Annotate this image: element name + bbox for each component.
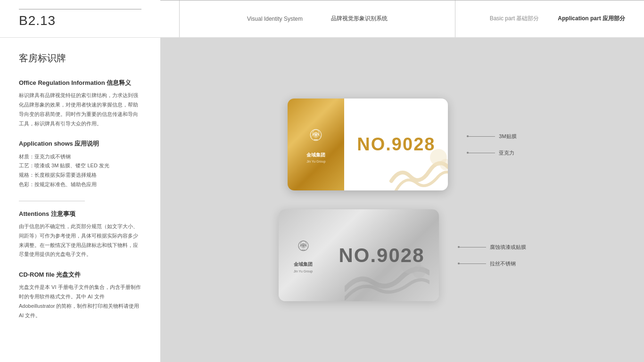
info-line-3: 规格：长度根据实际需要选择规格 xyxy=(19,171,141,180)
info-heading-4: CD-ROM file 光盘文件 xyxy=(19,271,141,279)
info-line-1: 材质：亚克力或不锈钢 xyxy=(19,152,141,162)
svg-rect-11 xyxy=(301,249,305,250)
vis-label-cn: 品牌视觉形象识别系统 xyxy=(331,15,388,23)
annotation-line-4 xyxy=(458,263,486,264)
info-text-4: 光盘文件是本 VI 手册电子文件的集合，内含手册制作时的专用软件格式文件。其中 … xyxy=(19,283,141,320)
gold-card-number: NO.9028 xyxy=(357,134,435,155)
silver-logo-emblem xyxy=(293,238,314,259)
header-left: B2.13 xyxy=(19,9,179,28)
page-header: B2.13 Visual Identity System 品牌视觉形象识别系统 … xyxy=(0,0,644,38)
right-panel: 金域集团 Jin Yu Group NO.9028 xyxy=(160,38,644,362)
header-line xyxy=(19,9,141,9)
info-line-2: 工艺：喷漆或 3M 贴膜、镂空 LED 发光 xyxy=(19,161,141,171)
header-center: Visual Identity System 品牌视觉形象识别系统 xyxy=(179,0,455,37)
info-text-1: 标识牌具有品牌视觉特征的索引牌结构，力求达到强化品牌形象的效果，对使用者快速的掌… xyxy=(19,91,141,128)
silver-card: 金域集团 Jin Yu Group NO.9028 xyxy=(279,209,439,301)
silver-logo-en: Jin Yu Group xyxy=(294,270,313,273)
annotation-acrylic: 亚克力 xyxy=(467,149,516,156)
info-section-2: Application shows 应用说明 材质：亚克力或不锈钢 工艺：喷漆或… xyxy=(19,140,141,189)
annotation-3m: 3M贴膜 xyxy=(467,133,516,140)
page-number: B2.13 xyxy=(19,13,56,28)
info-section-1: Office Regulation Information 信息释义 标识牌具有… xyxy=(19,79,141,128)
header-right: Basic part 基础部分 Application part 应用部分 xyxy=(455,15,625,23)
annotation-3m-text: 3M贴膜 xyxy=(499,133,516,140)
gold-logo-cn: 金域集团 xyxy=(306,152,325,158)
annotation-etch-text: 腐蚀填漆或贴膜 xyxy=(490,244,526,251)
info-section-4: CD-ROM file 光盘文件 光盘文件是本 VI 手册电子文件的集合，内含手… xyxy=(19,271,141,320)
info-text-2-lines: 材质：亚克力或不锈钢 工艺：喷漆或 3M 贴膜、镂空 LED 发光 规格：长度根… xyxy=(19,152,141,189)
silver-card-number: NO.9028 xyxy=(339,244,424,267)
info-heading-3: Attentions 注意事项 xyxy=(19,210,141,218)
annotation-etch: 腐蚀填漆或贴膜 xyxy=(458,244,526,251)
gold-card-row: 金域集团 Jin Yu Group NO.9028 xyxy=(189,99,616,190)
svg-rect-3 xyxy=(314,139,318,140)
gold-card-right: NO.9028 xyxy=(344,99,448,190)
silver-logo-area: 金域集团 Jin Yu Group xyxy=(293,238,314,273)
silver-annotations: 腐蚀填漆或贴膜 拉丝不锈钢 xyxy=(458,244,526,267)
silver-logo-cn: 金域集团 xyxy=(294,261,313,268)
section-title: 客房标识牌 xyxy=(19,52,141,65)
basic-part-label: Basic part 基础部分 xyxy=(490,15,539,23)
main-content: 客房标识牌 Office Regulation Information 信息释义… xyxy=(0,38,644,362)
silver-card-row: 金域集团 Jin Yu Group NO.9028 腐蚀填漆或贴膜 拉丝不锈钢 xyxy=(189,209,616,301)
annotation-line-2 xyxy=(467,153,495,153)
gold-logo-emblem xyxy=(304,126,328,150)
annotation-line-3 xyxy=(458,247,486,247)
info-text-3: 由于信息的不确定性，此页部分规范（如文字大小、间距等）可作为参考使用，具体可根据… xyxy=(19,222,141,259)
svg-point-2 xyxy=(314,133,318,137)
info-heading-1: Office Regulation Information 信息释义 xyxy=(19,79,141,87)
gold-card-logo: 金域集团 Jin Yu Group xyxy=(304,126,328,163)
gold-logo-en: Jin Yu Group xyxy=(306,160,325,163)
annotation-steel: 拉丝不锈钢 xyxy=(458,260,526,267)
info-section-3: Attentions 注意事项 由于信息的不确定性，此页部分规范（如文字大小、间… xyxy=(19,210,141,259)
info-heading-2: Application shows 应用说明 xyxy=(19,140,141,148)
silver-card-content: 金域集团 Jin Yu Group NO.9028 xyxy=(279,229,439,282)
application-part-label: Application part 应用部分 xyxy=(558,15,625,23)
svg-point-10 xyxy=(302,244,305,247)
annotation-acrylic-text: 亚克力 xyxy=(499,149,514,156)
divider-1 xyxy=(19,201,85,201)
vis-label: Visual Identity System xyxy=(247,16,303,22)
info-line-4: 色彩：按规定标准色、辅助色应用 xyxy=(19,180,141,189)
left-panel: 客房标识牌 Office Regulation Information 信息释义… xyxy=(0,38,160,362)
gold-annotations: 3M贴膜 亚克力 xyxy=(467,133,516,156)
annotation-steel-text: 拉丝不锈钢 xyxy=(490,260,516,267)
annotation-line-1 xyxy=(467,136,495,137)
gold-card-left: 金域集团 Jin Yu Group xyxy=(288,99,344,190)
gold-card: 金域集团 Jin Yu Group NO.9028 xyxy=(288,99,448,190)
